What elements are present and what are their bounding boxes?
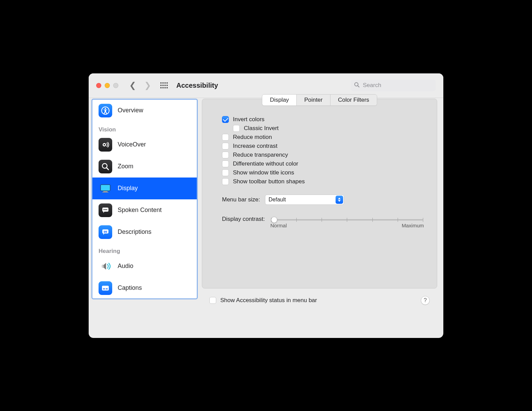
nav-arrows: ❮ ❯ <box>129 81 151 90</box>
svg-point-4 <box>160 85 162 86</box>
checkbox-label: Increase contrast <box>233 143 277 150</box>
svg-point-29 <box>102 265 104 268</box>
svg-point-11 <box>166 87 168 88</box>
show-all-prefs-button[interactable] <box>160 82 168 89</box>
tab-pointer[interactable]: Pointer <box>297 95 330 105</box>
accessibility-icon <box>99 104 112 117</box>
checkbox-increase-contrast[interactable] <box>222 143 229 150</box>
checkbox-label: Differentiate without color <box>233 160 298 167</box>
show-status-in-menubar-label: Show Accessibility status in menu bar <box>220 297 317 304</box>
voiceover-icon <box>99 138 112 152</box>
display-contrast-row: Display contrast: Normal Maximum <box>222 216 425 228</box>
sidebar: OverviewVisionVoiceOverZoomDisplaySpoken… <box>91 99 198 299</box>
sidebar-item-label: Captions <box>118 284 142 292</box>
sidebar-item-label: Zoom <box>118 163 133 170</box>
svg-point-8 <box>160 87 162 88</box>
sidebar-heading: Vision <box>92 122 197 134</box>
forward-button: ❯ <box>144 81 151 90</box>
svg-rect-30 <box>102 286 109 290</box>
slider-thumb[interactable] <box>271 217 277 223</box>
sidebar-item-zoom[interactable]: Zoom <box>92 156 197 178</box>
sidebar-item-voiceover[interactable]: VoiceOver <box>92 134 197 156</box>
checkbox-reduce-transparency[interactable] <box>222 152 229 158</box>
footer-row: Show Accessibility status in menu bar ? <box>202 288 437 305</box>
checkbox-label: Show toolbar button shapes <box>233 178 305 185</box>
search-field[interactable] <box>351 80 436 91</box>
menu-bar-size-select[interactable]: Default <box>265 195 344 205</box>
checkbox-show-toolbar-button-shapes[interactable] <box>222 178 229 185</box>
svg-rect-31 <box>103 288 105 289</box>
checkbox-classic-invert[interactable] <box>233 125 240 132</box>
checkbox-differentiate-without-color[interactable] <box>222 160 229 167</box>
select-stepper-icon <box>336 196 343 204</box>
checkbox-reduce-motion[interactable] <box>222 134 229 141</box>
svg-point-17 <box>104 144 105 145</box>
svg-point-15 <box>105 108 106 109</box>
tab-color-filters[interactable]: Color Filters <box>330 95 377 105</box>
sidebar-item-spoken-content[interactable]: Spoken Content <box>92 199 197 221</box>
svg-point-5 <box>162 85 164 86</box>
checkbox-row-differentiate-without-color: Differentiate without color <box>222 160 425 167</box>
window-controls <box>96 83 118 88</box>
sidebar-item-display[interactable]: Display <box>92 178 197 199</box>
sidebar-item-label: Display <box>118 185 138 192</box>
search-input[interactable] <box>362 82 432 89</box>
main-content: DisplayPointerColor Filters Invert color… <box>198 98 443 338</box>
sidebar-heading: Hearing <box>92 243 197 255</box>
svg-point-10 <box>164 87 166 88</box>
checkbox-row-invert-colors: Invert colors <box>222 116 425 123</box>
sidebar-container: OverviewVisionVoiceOverZoomDisplaySpoken… <box>91 98 198 338</box>
checkbox-invert-colors[interactable] <box>222 116 229 123</box>
checkbox-label: Show window title icons <box>233 169 294 176</box>
svg-point-2 <box>164 82 166 84</box>
sidebar-item-label: Overview <box>118 107 143 114</box>
svg-point-7 <box>166 85 168 86</box>
svg-rect-32 <box>106 288 108 289</box>
svg-line-13 <box>358 86 359 87</box>
checkbox-row-classic-invert: Classic Invert <box>233 125 425 132</box>
close-window-button[interactable] <box>96 83 101 88</box>
accessibility-prefs-window: ❮ ❯ Accessibility OverviewVisionVo <box>89 73 443 338</box>
svg-point-24 <box>103 209 104 210</box>
sidebar-item-overview[interactable]: Overview <box>92 100 197 122</box>
slider-max-label: Maximum <box>402 223 424 228</box>
back-button[interactable]: ❮ <box>129 81 136 90</box>
checkbox-label: Classic Invert <box>244 125 279 132</box>
svg-rect-21 <box>103 191 107 192</box>
slider-min-label: Normal <box>270 223 287 228</box>
window-title: Accessibility <box>176 82 218 89</box>
checkbox-row-increase-contrast: Increase contrast <box>222 143 425 150</box>
svg-line-19 <box>106 168 108 170</box>
checkbox-row-show-toolbar-button-shapes: Show toolbar button shapes <box>222 178 425 185</box>
svg-point-6 <box>164 85 166 86</box>
menu-bar-size-row: Menu bar size: Default <box>222 195 425 205</box>
tab-display[interactable]: Display <box>262 95 297 105</box>
sidebar-item-descriptions[interactable]: 99Descriptions <box>92 221 197 243</box>
spoken-content-icon <box>99 203 112 217</box>
show-status-in-menubar-checkbox[interactable] <box>209 297 216 304</box>
display-contrast-slider[interactable] <box>271 219 423 221</box>
minimize-window-button[interactable] <box>105 83 110 88</box>
checkbox-show-window-title-icons[interactable] <box>222 169 229 176</box>
sidebar-item-captions[interactable]: Captions <box>92 277 197 299</box>
svg-point-3 <box>166 82 168 84</box>
zoom-window-button[interactable] <box>113 83 118 88</box>
svg-point-25 <box>105 209 106 210</box>
sidebar-item-label: Audio <box>118 263 133 270</box>
body: OverviewVisionVoiceOverZoomDisplaySpoken… <box>89 98 443 338</box>
checkbox-row-show-window-title-icons: Show window title icons <box>222 169 425 176</box>
zoom-icon <box>99 160 112 173</box>
sidebar-item-audio[interactable]: Audio <box>92 255 197 277</box>
display-icon <box>99 182 112 195</box>
help-button[interactable]: ? <box>421 296 430 305</box>
svg-point-26 <box>106 209 107 210</box>
checkbox-label: Reduce motion <box>233 134 272 141</box>
checkbox-row-reduce-transparency: Reduce transparency <box>222 152 425 158</box>
search-icon <box>354 82 359 89</box>
captions-icon <box>99 281 112 295</box>
menu-bar-size-value: Default <box>269 197 286 203</box>
checkbox-label: Invert colors <box>233 116 265 123</box>
svg-text:99: 99 <box>104 230 107 233</box>
svg-point-9 <box>162 87 164 88</box>
svg-point-0 <box>160 82 162 84</box>
